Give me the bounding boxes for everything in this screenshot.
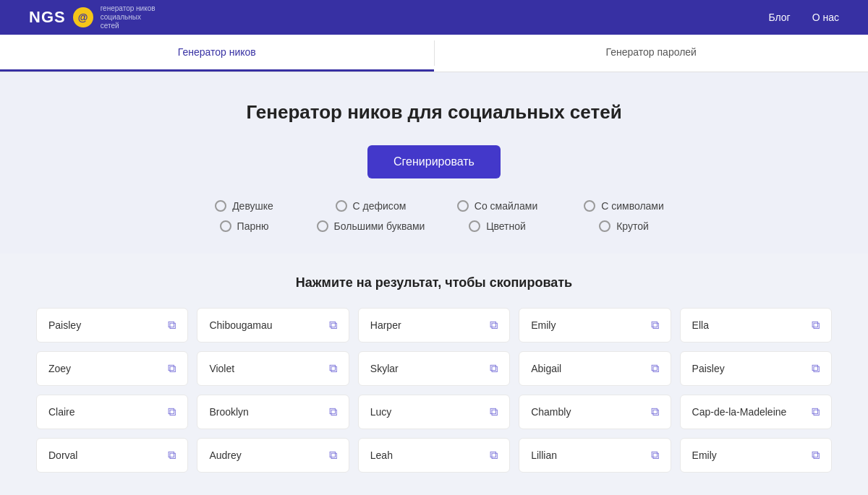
result-name: Lucy: [370, 406, 392, 418]
copy-icon: ⧉: [651, 449, 659, 462]
option-girl-label: Девушке: [232, 200, 273, 212]
radio-girl[interactable]: [215, 200, 226, 212]
result-name: Skylar: [370, 363, 399, 374]
option-uppercase-label: Большими буквами: [334, 220, 425, 232]
copy-icon: ⧉: [490, 405, 498, 418]
copy-icon: ⧉: [490, 449, 498, 462]
radio-colored[interactable]: [469, 220, 480, 232]
option-symbols[interactable]: С символами: [561, 200, 687, 212]
option-dash[interactable]: С дефисом: [307, 200, 434, 212]
copy-icon: ⧉: [329, 319, 337, 332]
copy-icon: ⧉: [812, 449, 820, 462]
result-name: Chambly: [531, 406, 571, 418]
result-card[interactable]: Abigail ⧉: [519, 351, 671, 386]
copy-icon: ⧉: [329, 449, 337, 462]
result-name: Brooklyn: [209, 406, 248, 418]
result-name: Leah: [370, 449, 393, 461]
option-girl[interactable]: Девушке: [181, 200, 307, 212]
copy-icon: ⧉: [168, 362, 176, 375]
result-card[interactable]: Emily ⧉: [519, 308, 671, 343]
result-card[interactable]: Violet ⧉: [197, 351, 349, 386]
result-card[interactable]: Harper ⧉: [358, 308, 510, 343]
option-dash-label: С дефисом: [353, 200, 407, 212]
result-card[interactable]: Skylar ⧉: [358, 351, 510, 386]
result-name: Violet: [209, 363, 234, 374]
result-card[interactable]: Dorval ⧉: [36, 438, 188, 473]
copy-icon: ⧉: [490, 362, 498, 375]
option-boy[interactable]: Парню: [181, 220, 307, 232]
result-name: Dorval: [48, 449, 77, 461]
copy-icon: ⧉: [329, 405, 337, 418]
result-card[interactable]: Chibougamau ⧉: [197, 308, 349, 343]
copy-icon: ⧉: [329, 362, 337, 375]
result-name: Zoey: [48, 363, 71, 374]
result-name: Claire: [48, 406, 75, 418]
result-card[interactable]: Paisley ⧉: [36, 308, 188, 343]
radio-emoji[interactable]: [457, 200, 469, 212]
result-name: Chibougamau: [209, 319, 272, 331]
result-name: Abigail: [531, 363, 561, 374]
result-card[interactable]: Emily ⧉: [680, 438, 832, 473]
result-card[interactable]: Cap-de-la-Madeleine ⧉: [680, 395, 832, 429]
copy-icon: ⧉: [651, 362, 659, 375]
result-card[interactable]: Ella ⧉: [680, 308, 832, 343]
page-title: Генератор ников для социальных сетей: [14, 101, 854, 124]
copy-icon: ⧉: [168, 319, 176, 332]
logo-ngs-text: NGS: [29, 8, 66, 27]
option-uppercase[interactable]: Большими буквами: [307, 220, 434, 232]
tabs-bar: Генератор ников Генератор паролей: [0, 35, 868, 72]
result-name: Cap-de-la-Madeleine: [692, 406, 787, 418]
copy-icon: ⧉: [651, 405, 659, 418]
result-card[interactable]: Zoey ⧉: [36, 351, 188, 386]
tab-password-generator[interactable]: Генератор паролей: [435, 35, 869, 72]
result-card[interactable]: Audrey ⧉: [197, 438, 349, 473]
header-nav: Блог О нас: [768, 12, 839, 23]
copy-icon: ⧉: [812, 362, 820, 375]
results-section: Нажмите на результат, чтобы скопировать …: [0, 254, 868, 495]
copy-icon: ⧉: [490, 319, 498, 332]
options-grid: Девушке С дефисом Со смайлами С символам…: [181, 200, 687, 232]
option-colored-label: Цветной: [486, 220, 526, 232]
copy-icon: ⧉: [651, 319, 659, 332]
result-card[interactable]: Claire ⧉: [36, 395, 188, 429]
result-card[interactable]: Chambly ⧉: [519, 395, 671, 429]
result-name: Emily: [531, 319, 556, 331]
option-colored[interactable]: Цветной: [434, 220, 561, 232]
radio-boy[interactable]: [220, 220, 231, 232]
nav-about[interactable]: О нас: [812, 12, 839, 23]
nav-blog[interactable]: Блог: [768, 12, 790, 23]
radio-uppercase[interactable]: [317, 220, 328, 232]
logo-icon: @: [73, 7, 93, 27]
result-name: Emily: [692, 449, 717, 461]
option-emoji[interactable]: Со смайлами: [434, 200, 561, 212]
header: NGS @ генератор ников социальных сетей Б…: [0, 0, 868, 35]
copy-icon: ⧉: [168, 449, 176, 462]
option-cool[interactable]: Крутой: [561, 220, 687, 232]
option-boy-label: Парню: [237, 220, 269, 232]
result-name: Ella: [692, 319, 709, 331]
result-name: Audrey: [209, 449, 241, 461]
radio-cool[interactable]: [599, 220, 610, 232]
result-card[interactable]: Leah ⧉: [358, 438, 510, 473]
result-card[interactable]: Paisley ⧉: [680, 351, 832, 386]
result-card[interactable]: Lucy ⧉: [358, 395, 510, 429]
result-name: Harper: [370, 319, 401, 331]
main-section: Генератор ников для социальных сетей Сге…: [0, 72, 868, 254]
results-grid: Paisley ⧉ Chibougamau ⧉ Harper ⧉ Emily ⧉…: [36, 308, 832, 473]
option-cool-label: Крутой: [616, 220, 649, 232]
result-card[interactable]: Lillian ⧉: [519, 438, 671, 473]
option-emoji-label: Со смайлами: [475, 200, 537, 212]
result-name: Paisley: [692, 363, 725, 374]
option-symbols-label: С символами: [601, 200, 664, 212]
result-name: Lillian: [531, 449, 557, 461]
logo: NGS @ генератор ников социальных сетей: [29, 4, 158, 30]
result-name: Paisley: [48, 319, 81, 331]
logo-tagline: генератор ников социальных сетей: [101, 4, 158, 30]
generate-button-top[interactable]: Сгенирировать: [367, 145, 501, 178]
result-card[interactable]: Brooklyn ⧉: [197, 395, 349, 429]
tab-nick-generator[interactable]: Генератор ников: [0, 35, 434, 72]
radio-dash[interactable]: [336, 200, 347, 212]
copy-icon: ⧉: [812, 319, 820, 332]
radio-symbols[interactable]: [584, 200, 595, 212]
copy-icon: ⧉: [168, 405, 176, 418]
